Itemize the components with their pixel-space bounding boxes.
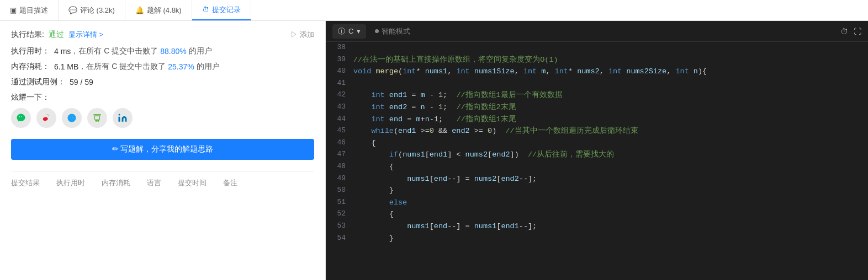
col-memory[interactable]: 内存消耗 [102,178,130,188]
right-panel: ⓘ C ▾ 智能模式 ⏱ ⛶ 38 [326,21,868,280]
table-row: 46 { [326,137,868,149]
table-row: 54 } [326,233,868,245]
svg-rect-1 [95,116,100,120]
tab-solutions[interactable]: 🔔 题解 (4.8k) [125,0,192,20]
line-num-52: 52 [326,208,353,220]
line-num-51: 51 [326,197,353,209]
table-row: 48 { [326,161,868,173]
code-table: 38 39 //在法一的基础上直接操作原数组，将空间复杂度变为O(1) 40 v… [326,42,868,244]
info-icon: ⓘ [338,26,345,36]
memory-beat-prefix: ，在所有 C 提交中击败了 [78,62,166,72]
table-row: 51 else [326,197,868,209]
left-panel: 执行结果: 通过 显示详情 > ▷ 添加 执行用时： 4 ms ，在所有 C 提… [0,21,326,280]
line-code-39: //在法一的基础上直接操作原数组，将空间复杂度变为O(1) [353,54,868,66]
tabs-bar: ▣ 题目描述 💬 评论 (3.2k) 🔔 题解 (4.8k) ⏱ 提交记录 [0,0,868,21]
time-beat-suffix: 的用户 [189,46,212,56]
table-row: 44 int end = m+n-1; //指向数组1末尾 [326,114,868,126]
table-row: 42 int end1 = m - 1; //指向数组1最后一个有效数据 [326,89,868,101]
memory-stat-row: 内存消耗： 6.1 MB ，在所有 C 提交中击败了 25.37% 的用户 [11,62,314,72]
line-code-40: void merge(int* nums1, int nums1Size, in… [353,66,868,78]
line-num-45: 45 [326,125,353,137]
detail-link[interactable]: 显示详情 > [68,30,103,40]
comments-icon: 💬 [68,6,77,14]
table-row: 39 //在法一的基础上直接操作原数组，将空间复杂度变为O(1) [326,54,868,66]
col-lang[interactable]: 语言 [147,178,161,188]
line-code-48: { [353,161,868,173]
line-code-49: nums1[end--] = nums2[end2--]; [353,173,868,185]
language-label: C [348,27,353,35]
memory-value: 6.1 MB [54,62,78,71]
line-code-46: { [353,137,868,149]
table-row: 43 int end2 = n - 1; //指向数组2末尾 [326,101,868,114]
col-note[interactable]: 备注 [223,178,237,188]
line-num-41: 41 [326,78,353,90]
maximize-icon[interactable]: ⛶ [854,27,861,36]
time-label: 执行用时： [11,46,50,56]
main-content: 执行结果: 通过 显示详情 > ▷ 添加 执行用时： 4 ms ，在所有 C 提… [0,21,868,280]
smart-mode-label: 智能模式 [382,26,410,36]
line-num-44: 44 [326,114,353,126]
line-num-50: 50 [326,185,353,197]
tab-comments[interactable]: 💬 评论 (3.2k) [59,0,125,20]
time-value: 4 ms [54,47,71,56]
wechat-icon[interactable] [11,108,31,128]
line-code-43: int end2 = n - 1; //指向数组2末尾 [353,101,868,114]
svg-point-5 [119,114,120,116]
table-row: 41 [326,78,868,90]
add-button[interactable]: ▷ 添加 [290,30,314,40]
line-num-39: 39 [326,54,353,66]
execution-result-row: 执行结果: 通过 显示详情 > ▷ 添加 [11,30,314,40]
line-code-53: nums1[end--] = nums1[end1--]; [353,220,868,233]
col-time-submitted[interactable]: 提交时间 [178,178,207,188]
col-result[interactable]: 提交结果 [11,178,40,188]
smart-mode-toggle[interactable]: 智能模式 [375,26,410,36]
testcase-row: 通过测试用例： 59 / 59 [11,77,314,87]
testcase-label: 通过测试用例： [11,77,65,87]
execution-label: 执行结果: [11,30,44,40]
line-code-51: else [353,197,868,209]
table-row: 52 { [326,208,868,220]
testcase-value: 59 / 59 [70,78,93,87]
col-time[interactable]: 执行用时 [56,178,85,188]
brag-label: 炫耀一下： [11,93,314,103]
linkedin-icon[interactable] [113,108,133,128]
qq-icon[interactable] [62,108,82,128]
tab-comments-label: 评论 (3.2k) [80,6,115,15]
line-code-44: int end = m+n-1; //指向数组1末尾 [353,114,868,126]
memory-label: 内存消耗： [11,62,50,72]
line-num-40: 40 [326,66,353,78]
line-code-52: { [353,208,868,220]
table-row: 38 [326,42,868,54]
table-headers: 提交结果 执行用时 内存消耗 语言 提交时间 备注 [11,171,314,188]
weibo-icon[interactable] [36,108,56,128]
line-num-48: 48 [326,161,353,173]
language-selector[interactable]: ⓘ C ▾ [332,24,366,39]
toolbar-right: ⏱ ⛶ [840,27,861,36]
table-row: 49 nums1[end--] = nums2[end2--]; [326,173,868,185]
line-code-41 [353,78,868,90]
chevron-down-icon: ▾ [357,27,361,35]
table-row: 53 nums1[end--] = nums1[end1--]; [326,220,868,233]
memory-beat-value: 25.37% [168,62,194,71]
line-num-46: 46 [326,137,353,149]
line-num-42: 42 [326,89,353,101]
tab-description[interactable]: ▣ 题目描述 [0,0,59,20]
table-row: 50 } [326,185,868,197]
code-area[interactable]: 38 39 //在法一的基础上直接操作原数组，将空间复杂度变为O(1) 40 v… [326,42,868,280]
douban-icon[interactable] [87,108,107,128]
social-icons-row [11,108,314,128]
svg-rect-0 [93,114,101,115]
time-beat-prefix: ，在所有 C 提交中击败了 [71,46,158,56]
tab-submissions[interactable]: ⏱ 提交记录 [192,0,251,20]
write-solution-button[interactable]: ✏ 写题解，分享我的解题思路 [11,139,314,160]
memory-beat-suffix: 的用户 [197,62,220,72]
time-stat-row: 执行用时： 4 ms ，在所有 C 提交中击败了 88.80% 的用户 [11,46,314,56]
submissions-icon: ⏱ [202,6,209,14]
line-code-50: } [353,185,868,197]
timer-icon[interactable]: ⏱ [840,27,848,36]
line-code-47: if(nums1[end1] < nums2[end2]) //从后往前，需要找… [353,149,868,161]
execution-status: 通过 [49,30,64,40]
solutions-icon: 🔔 [135,6,144,14]
tab-submissions-label: 提交记录 [212,5,241,15]
line-num-43: 43 [326,101,353,114]
